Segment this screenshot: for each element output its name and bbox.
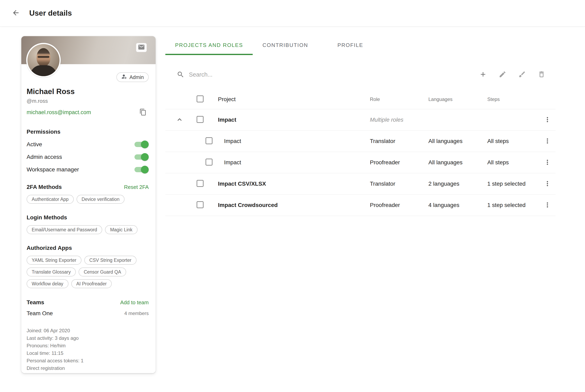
- authorized-app-chip: Censor Guard QA: [78, 268, 126, 276]
- manage-accounts-icon: [121, 74, 127, 81]
- chevron-up-icon: [176, 116, 184, 124]
- row-menu-button[interactable]: [542, 178, 553, 190]
- row-menu-button[interactable]: [542, 114, 553, 126]
- toggle-label: Active: [26, 141, 42, 148]
- column-header-steps: Steps: [487, 96, 539, 102]
- steps-value: All steps: [487, 159, 539, 166]
- search-icon: [177, 71, 184, 78]
- plus-icon: [479, 70, 487, 79]
- select-all-checkbox[interactable]: [196, 96, 204, 102]
- project-name: Impact: [215, 159, 370, 166]
- authorized-app-chip: Translate Glossary: [26, 268, 76, 276]
- user-name: Michael Ross: [26, 87, 149, 96]
- permissions-title: Permissions: [26, 128, 149, 135]
- projects-table: Project Role Languages Steps Impact Mult…: [165, 90, 556, 216]
- clear-button[interactable]: [517, 70, 527, 80]
- trash-icon: [538, 70, 546, 79]
- login-methods-title: Login Methods: [26, 214, 149, 221]
- kebab-menu-icon: [544, 201, 551, 210]
- role-value: Translator: [370, 138, 428, 144]
- mail-icon: [138, 44, 145, 52]
- login-method-chip: Magic Link: [105, 225, 138, 234]
- table-row: Impact CSV/XLSX Translator 2 languages 1…: [165, 173, 556, 194]
- column-header-role: Role: [370, 96, 428, 102]
- broom-icon: [518, 70, 526, 79]
- avatar-body: [30, 65, 57, 76]
- twofa-methods: Authenticator App Device verification: [26, 195, 149, 204]
- permission-row-admin-access: Admin access: [26, 154, 149, 160]
- table-header: Project Role Languages Steps: [165, 90, 556, 109]
- admin-badge: Admin: [116, 72, 149, 82]
- role-value: Multiple roles: [370, 116, 428, 123]
- team-member-count: 4 members: [124, 310, 149, 316]
- table-row: Impact Proofreader All languages All ste…: [165, 152, 556, 173]
- user-meta: Joined: 06 Apr 2020 Last activity: 3 day…: [26, 327, 149, 372]
- avatar: [26, 43, 61, 78]
- meta-access-tokens: Personal access tokens: 1: [26, 357, 149, 364]
- table-row: Impact Crowdsourced Proofreader 4 langua…: [165, 194, 556, 216]
- meta-joined: Joined: 06 Apr 2020: [26, 327, 149, 334]
- steps-value: All steps: [487, 138, 539, 144]
- kebab-menu-icon: [544, 180, 551, 188]
- search-input[interactable]: [189, 71, 319, 78]
- languages-value: All languages: [428, 159, 487, 166]
- tabs: PROJECTS AND ROLES CONTRIBUTION PROFILE: [165, 35, 556, 55]
- toggle-knob: [141, 140, 149, 148]
- row-menu-button[interactable]: [542, 136, 553, 147]
- pencil-icon: [499, 70, 506, 79]
- tab-profile[interactable]: PROFILE: [318, 35, 383, 55]
- row-menu-button[interactable]: [542, 200, 553, 211]
- workspace-manager-toggle[interactable]: [134, 167, 148, 172]
- teams-title: Teams: [26, 299, 44, 306]
- copy-email-button[interactable]: [137, 107, 149, 118]
- delete-button[interactable]: [537, 70, 546, 80]
- back-button[interactable]: [10, 8, 22, 19]
- row-checkbox[interactable]: [196, 201, 204, 208]
- row-checkbox[interactable]: [206, 137, 212, 144]
- role-value: Proofreader: [370, 159, 428, 166]
- user-email-link[interactable]: michael.ross@impact.com: [26, 109, 91, 116]
- edit-button[interactable]: [498, 70, 508, 80]
- admin-access-toggle[interactable]: [134, 154, 148, 160]
- toggle-knob: [141, 153, 149, 161]
- toggle-label: Workspace manager: [26, 166, 79, 173]
- login-methods: Email/Username and Password Magic Link: [26, 225, 149, 234]
- login-method-chip: Email/Username and Password: [26, 225, 102, 234]
- row-checkbox[interactable]: [206, 159, 212, 166]
- add-to-team-link[interactable]: Add to team: [120, 300, 149, 306]
- send-email-button[interactable]: [136, 43, 147, 52]
- meta-registration: Direct registration: [26, 364, 149, 372]
- twofa-title: 2FA Methods: [26, 184, 62, 190]
- meta-last-activity: Last activity: 3 days ago: [26, 334, 149, 342]
- project-name: Impact Crowdsourced: [215, 202, 370, 208]
- table-actions: [478, 70, 546, 80]
- add-button[interactable]: [478, 70, 488, 80]
- user-profile-card: Admin Michael Ross @m.ross michael.ross@…: [21, 36, 156, 373]
- active-toggle[interactable]: [134, 142, 148, 147]
- kebab-menu-icon: [544, 137, 551, 146]
- project-name: Impact: [215, 116, 370, 123]
- authorized-apps-title: Authorized Apps: [26, 245, 149, 251]
- row-menu-button[interactable]: [542, 157, 553, 168]
- row-checkbox[interactable]: [196, 116, 204, 123]
- topbar: User details: [0, 0, 585, 26]
- user-handle: @m.ross: [26, 98, 149, 104]
- role-value: Proofreader: [370, 202, 428, 208]
- meta-local-time: Local time: 11:15: [26, 349, 149, 357]
- authorized-app-chip: Workflow delay: [26, 279, 68, 288]
- authorized-apps: YAML String Exporter CSV String Exporter…: [26, 256, 149, 288]
- authorized-app-chip: YAML String Exporter: [26, 256, 82, 265]
- tab-projects-and-roles[interactable]: PROJECTS AND ROLES: [165, 35, 253, 55]
- role-value: Translator: [370, 180, 428, 187]
- row-checkbox[interactable]: [196, 180, 204, 187]
- languages-value: 4 languages: [428, 202, 487, 208]
- team-row: Team One 4 members: [26, 310, 149, 317]
- tab-contribution[interactable]: CONTRIBUTION: [253, 35, 318, 55]
- twofa-method-chip: Authenticator App: [26, 195, 74, 204]
- search-toolbar: [165, 65, 556, 84]
- kebab-menu-icon: [544, 158, 551, 167]
- permission-row-workspace-manager: Workspace manager: [26, 166, 149, 173]
- reset-2fa-link[interactable]: Reset 2FA: [124, 184, 149, 190]
- steps-value: 1 step selected: [487, 202, 539, 208]
- collapse-group-button[interactable]: [174, 114, 185, 126]
